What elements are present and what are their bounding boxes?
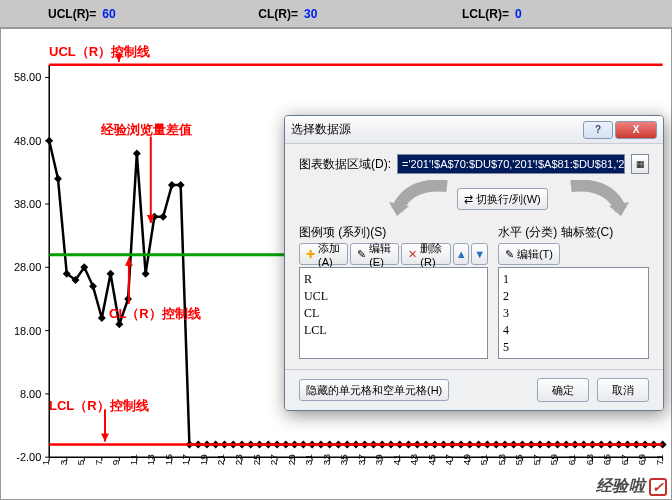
control-limits-bar: UCL(R)=60 CL(R)=30 LCL(R)=0 [0, 0, 672, 28]
svg-text:35: 35 [338, 454, 349, 466]
svg-text:27: 27 [268, 454, 279, 466]
help-icon: ? [595, 124, 601, 135]
svg-text:58.00: 58.00 [14, 71, 41, 83]
edit-series-button[interactable]: ✎编辑(E) [350, 243, 399, 265]
axis-header: 水平 (分类) 轴标签(C) [498, 224, 649, 241]
svg-text:48.00: 48.00 [14, 135, 41, 147]
svg-text:57: 57 [531, 454, 542, 466]
list-item[interactable]: LCL [304, 322, 483, 339]
svg-text:47: 47 [443, 454, 454, 466]
list-item[interactable]: CL [304, 305, 483, 322]
list-item[interactable]: R [304, 271, 483, 288]
range-input[interactable]: ='201'!$A$70:$DU$70,'201'!$A$81:$DU$81,'… [397, 154, 625, 174]
svg-text:18.00: 18.00 [14, 325, 41, 337]
svg-text:23: 23 [233, 454, 244, 466]
add-series-button[interactable]: ✚添加(A) [299, 243, 348, 265]
edit-icon: ✎ [505, 248, 514, 261]
svg-text:71: 71 [654, 454, 665, 466]
down-icon: ▼ [474, 248, 485, 260]
dialog-title: 选择数据源 [291, 121, 581, 138]
svg-text:31: 31 [303, 454, 314, 466]
list-item[interactable]: 3 [503, 305, 644, 322]
svg-text:38.00: 38.00 [14, 198, 41, 210]
check-icon: ✓ [649, 478, 667, 496]
range-label: 图表数据区域(D): [299, 156, 391, 173]
axis-listbox[interactable]: 12345 [498, 267, 649, 359]
svg-text:28.00: 28.00 [14, 261, 41, 273]
list-item[interactable]: 4 [503, 322, 644, 339]
svg-text:49: 49 [461, 454, 472, 466]
svg-text:25: 25 [251, 454, 262, 466]
svg-text:5: 5 [75, 459, 86, 465]
swap-label: 切换行/列(W) [476, 192, 541, 207]
move-down-button[interactable]: ▼ [471, 243, 487, 265]
lcl-label: LCL(R)= [462, 7, 509, 21]
svg-text:43: 43 [408, 454, 419, 466]
svg-text:7: 7 [93, 459, 104, 465]
delete-label: 删除(R) [420, 241, 444, 268]
svg-text:3: 3 [58, 459, 69, 465]
select-data-source-dialog: 选择数据源 ? X 图表数据区域(D): ='201'!$A$70:$DU$70… [284, 115, 664, 411]
cl-label: CL(R)= [258, 7, 298, 21]
list-item[interactable]: UCL [304, 288, 483, 305]
svg-text:51: 51 [478, 454, 489, 466]
svg-text:63: 63 [584, 454, 595, 466]
move-up-button[interactable]: ▲ [453, 243, 469, 265]
svg-text:59: 59 [548, 454, 559, 466]
svg-text:8.00: 8.00 [20, 388, 41, 400]
svg-text:41: 41 [391, 454, 402, 466]
svg-text:1: 1 [40, 459, 51, 465]
list-item[interactable]: 2 [503, 288, 644, 305]
svg-text:-2.00: -2.00 [16, 451, 41, 463]
svg-text:21: 21 [215, 454, 226, 466]
svg-text:37: 37 [356, 454, 367, 466]
cancel-label: 取消 [612, 383, 634, 398]
up-icon: ▲ [456, 248, 467, 260]
svg-text:29: 29 [286, 454, 297, 466]
cancel-button[interactable]: 取消 [597, 378, 649, 402]
svg-text:67: 67 [619, 454, 630, 466]
svg-text:33: 33 [321, 454, 332, 466]
ok-label: 确定 [552, 383, 574, 398]
swap-icon: ⇄ [464, 193, 473, 206]
svg-text:9: 9 [110, 459, 121, 465]
hidden-cells-label: 隐藏的单元格和空单元格(H) [306, 383, 442, 398]
list-item[interactable]: 1 [503, 271, 644, 288]
help-button[interactable]: ? [583, 121, 613, 139]
edit-axis-label: 编辑(T) [517, 247, 553, 262]
delete-icon: ✕ [408, 248, 417, 261]
watermark-text: 经验啦 [596, 476, 646, 497]
hidden-cells-button[interactable]: 隐藏的单元格和空单元格(H) [299, 379, 449, 401]
close-icon: X [633, 124, 640, 135]
svg-text:39: 39 [373, 454, 384, 466]
add-icon: ✚ [306, 248, 315, 261]
delete-series-button[interactable]: ✕删除(R) [401, 243, 451, 265]
series-listbox[interactable]: RUCLCLLCL [299, 267, 488, 359]
ucl-value: 60 [102, 7, 136, 21]
edit-axis-button[interactable]: ✎编辑(T) [498, 243, 560, 265]
close-button[interactable]: X [615, 121, 657, 139]
svg-text:13: 13 [145, 454, 156, 466]
edit-icon: ✎ [357, 248, 366, 261]
ucl-label: UCL(R)= [48, 7, 96, 21]
svg-text:55: 55 [513, 454, 524, 466]
svg-text:11: 11 [128, 454, 139, 466]
svg-text:45: 45 [426, 454, 437, 466]
svg-text:65: 65 [601, 454, 612, 466]
svg-text:19: 19 [198, 454, 209, 466]
range-value: ='201'!$A$70:$DU$70,'201'!$A$81:$DU$81,'… [402, 158, 625, 170]
switch-row-col-button[interactable]: ⇄ 切换行/列(W) [457, 188, 548, 210]
svg-text:69: 69 [636, 454, 647, 466]
cl-value: 30 [304, 7, 338, 21]
range-picker-button[interactable]: ▦ [631, 154, 649, 174]
lcl-value: 0 [515, 7, 549, 21]
svg-text:53: 53 [496, 454, 507, 466]
svg-text:61: 61 [566, 454, 577, 466]
watermark: 经验啦 ✓ [596, 476, 668, 497]
ok-button[interactable]: 确定 [537, 378, 589, 402]
grid-icon: ▦ [636, 159, 645, 169]
list-item[interactable]: 5 [503, 339, 644, 356]
series-header: 图例项 (系列)(S) [299, 224, 488, 241]
add-label: 添加(A) [318, 241, 341, 268]
dialog-titlebar[interactable]: 选择数据源 ? X [285, 116, 663, 144]
